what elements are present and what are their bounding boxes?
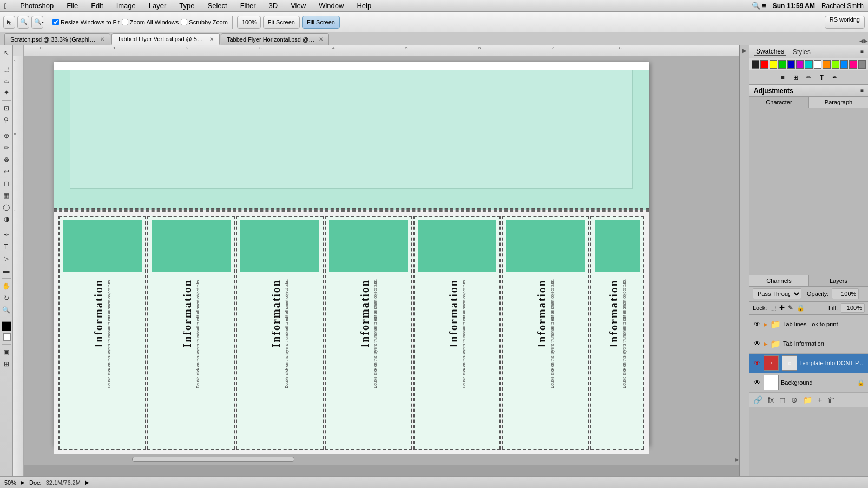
scrubby-zoom-input[interactable] <box>181 19 187 25</box>
tab-vertical-close[interactable]: ✕ <box>209 36 214 42</box>
swatch-cyan[interactable] <box>805 60 812 69</box>
eye-icon-tab-info[interactable]: 👁 <box>753 339 761 348</box>
status-expand[interactable]: ▶ <box>85 479 89 485</box>
menu-type[interactable]: Type <box>177 2 196 10</box>
zoom-all-checkbox[interactable]: Zoom All Windows <box>122 19 179 25</box>
tool-hand[interactable]: ✋ <box>1 281 12 292</box>
tab-layers[interactable]: Layers <box>809 275 868 286</box>
layers-link-btn[interactable]: 🔗 <box>752 395 764 404</box>
blend-mode-select[interactable]: Pass Through <box>753 288 801 299</box>
swatch-magenta[interactable] <box>796 60 804 69</box>
menu-help[interactable]: Help <box>354 2 373 10</box>
menu-filter[interactable]: Filter <box>238 2 258 10</box>
folder-arrow-tab-lines[interactable]: ▶ <box>764 321 768 327</box>
menu-3d[interactable]: 3D <box>267 2 280 10</box>
lock-all-btn[interactable]: 🔒 <box>797 304 805 312</box>
swatch-lime[interactable] <box>832 60 839 69</box>
tab-horizontal[interactable]: Tabbed Flyer Horizontal.psd @ 25% (Tab I… <box>221 33 329 45</box>
swatch-gray[interactable] <box>858 60 866 69</box>
icon-brush-tool[interactable]: ✏ <box>803 71 815 83</box>
tool-zoom-out[interactable]: 🔍- <box>31 16 43 29</box>
panel-options-btn[interactable]: ≡ <box>860 49 864 55</box>
tool-magic-wand[interactable]: ✦ <box>1 87 12 98</box>
icon-pen-tool[interactable]: ✒ <box>829 71 841 83</box>
tool-history[interactable]: ↩ <box>1 166 12 177</box>
tool-arrow[interactable] <box>3 16 15 29</box>
fit-screen-btn[interactable]: Fit Screen <box>263 16 300 29</box>
swatch-black[interactable] <box>752 60 759 69</box>
tab-horizontal-close[interactable]: ✕ <box>319 36 323 42</box>
swatch-lightblue[interactable] <box>840 60 848 69</box>
scrubby-zoom-checkbox[interactable]: Scrubby Zoom <box>181 19 228 25</box>
layer-row-tab-lines[interactable]: 👁 ▶ 📁 Tab lines - ok to print <box>749 315 868 334</box>
tool-zoom-in[interactable]: 🔍 <box>17 16 29 29</box>
eye-icon-tab-lines[interactable]: 👁 <box>753 320 761 328</box>
tool-zoom[interactable]: 🔍 <box>1 305 12 315</box>
layer-row-template-info[interactable]: 👁 i ⊞ Template Info DONT P... <box>749 354 868 373</box>
swatch-red[interactable] <box>760 60 768 69</box>
swatch-white[interactable] <box>814 60 821 69</box>
layers-mask-btn[interactable]: ◻ <box>778 395 787 404</box>
tool-dodge[interactable]: ◑ <box>1 214 12 225</box>
swatch-blue[interactable] <box>787 60 795 69</box>
fill-input[interactable] <box>841 303 865 313</box>
layers-adjustment-btn[interactable]: ⊕ <box>790 395 799 404</box>
tool-shape[interactable]: ▬ <box>1 265 12 276</box>
panel-collapse-arrow[interactable]: ▶ <box>741 48 747 54</box>
workspace-btn[interactable]: RS working <box>825 16 865 29</box>
tool-background-color[interactable] <box>3 333 11 341</box>
tool-foreground-color[interactable] <box>2 321 11 331</box>
icon-type-tool[interactable]: T <box>816 71 828 83</box>
menu-edit[interactable]: Edit <box>89 2 105 10</box>
opacity-input[interactable] <box>832 288 859 299</box>
apple-menu[interactable]:  <box>4 2 7 10</box>
lock-pixels-btn[interactable]: ⬚ <box>770 304 776 312</box>
eye-icon-background[interactable]: 👁 <box>753 378 761 387</box>
status-arrow[interactable]: ▶ <box>21 479 25 485</box>
menu-window[interactable]: Window <box>317 2 346 10</box>
icon-adjustments[interactable]: ⊞ <box>790 71 802 83</box>
menu-layer[interactable]: Layer <box>147 2 169 10</box>
layer-row-tab-info[interactable]: 👁 ▶ 📁 Tab Information <box>749 334 868 354</box>
zoom-all-input[interactable] <box>122 19 128 25</box>
tool-change-screen[interactable]: ⊞ <box>1 359 12 370</box>
tool-eyedropper[interactable]: ⚲ <box>1 115 12 126</box>
tab-vertical[interactable]: Tabbed Flyer Vertical.psd @ 50% (Tab lin… <box>111 33 220 45</box>
fill-screen-btn[interactable]: Fill Screen <box>302 16 340 29</box>
icon-layers-panel-menu[interactable]: ≡ <box>777 71 789 83</box>
tab-swatches[interactable]: Swatches <box>754 48 786 56</box>
scrollbar-h[interactable]: ▶ <box>35 456 739 463</box>
layers-group-btn[interactable]: 📁 <box>801 395 814 404</box>
tab-character[interactable]: Character <box>749 97 809 108</box>
layers-effects-btn[interactable]: fx <box>766 395 775 404</box>
lock-image-btn[interactable]: ✎ <box>788 304 793 312</box>
tab-paragraph[interactable]: Paragraph <box>809 97 868 108</box>
swatch-orange[interactable] <box>823 60 830 69</box>
tool-pen[interactable]: ✒ <box>1 229 12 240</box>
swatch-pink[interactable] <box>849 60 857 69</box>
tab-styles[interactable]: Styles <box>791 48 813 56</box>
layers-new-btn[interactable]: + <box>816 395 824 404</box>
tab-channels[interactable]: Channels <box>749 275 809 286</box>
swatch-yellow[interactable] <box>770 60 777 69</box>
menu-view[interactable]: View <box>288 2 308 10</box>
menu-photoshop[interactable]: Photoshop <box>18 2 56 10</box>
swatch-green[interactable] <box>778 60 786 69</box>
layers-delete-btn[interactable]: 🗑 <box>826 395 837 404</box>
folder-arrow-tab-info[interactable]: ▶ <box>764 341 768 347</box>
scrollbar-expand-btn[interactable]: ▶ <box>735 457 739 463</box>
tool-stamp[interactable]: ⊗ <box>1 154 12 165</box>
layer-row-background[interactable]: 👁 Background 🔒 <box>749 373 868 393</box>
tool-eraser[interactable]: ◻ <box>1 178 12 189</box>
zoom-value-btn[interactable]: 100% <box>237 16 261 29</box>
tool-marquee[interactable]: ⬚ <box>1 63 12 74</box>
menu-select[interactable]: Select <box>206 2 229 10</box>
tool-brush[interactable]: ✏ <box>1 142 12 153</box>
resize-windows-checkbox[interactable]: Resize Windows to Fit <box>52 19 120 25</box>
lock-position-btn[interactable]: ✚ <box>779 304 785 312</box>
tool-healing[interactable]: ⊕ <box>1 130 12 141</box>
tool-path[interactable]: ▷ <box>1 253 12 264</box>
tab-scratch-close[interactable]: ✕ <box>100 36 104 42</box>
resize-windows-input[interactable] <box>52 19 59 25</box>
tabs-collapse-arrow[interactable]: ◀▶ <box>859 38 868 44</box>
